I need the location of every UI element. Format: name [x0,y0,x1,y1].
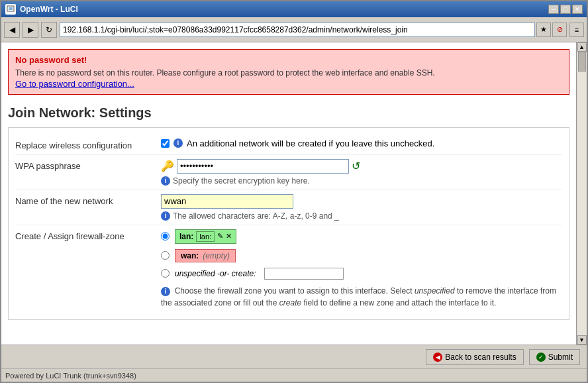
refresh-button[interactable]: ↻ [41,22,57,38]
unspecified-em: unspecified [415,286,455,296]
scroll-up-button[interactable]: ▲ [577,42,587,52]
scroll-down-button[interactable]: ▼ [577,335,587,345]
wpa-label: WPA passphrase [15,159,161,171]
firewall-unspecified-option: unspecified -or- create: [161,268,562,280]
title-bar: OpenWrt - LuCI ─ □ ✕ [1,1,587,17]
replace-wireless-hint: An additional network will be created if… [187,138,434,148]
network-name-row: Name of the new network i The allowed ch… [15,190,562,225]
wan-zone-label: wan: [181,251,199,260]
firewall-lan-option: lan: lan: ✎ ✕ [161,229,562,244]
page-title: Join Network: Settings [1,100,576,127]
maximize-button[interactable]: □ [560,5,571,14]
status-bar: Powered by LuCI Trunk (trunk+svn9348) [1,368,587,382]
back-icon: ◀ [433,353,442,362]
bottom-bar: ◀ Back to scan results ✓ Submit [1,345,587,368]
menu-icon[interactable]: ≡ [569,23,584,37]
firewall-options: lan: lan: ✎ ✕ wan: [161,229,562,280]
firewall-row: Create / Assign firewall-zone lan: lan: … [15,225,562,313]
scroll-thumb[interactable] [578,52,586,72]
warning-link[interactable]: Go to password configuration... [15,79,562,89]
network-name-control: i The allowed characters are: A-Z, a-z, … [161,194,562,221]
firewall-label: Create / Assign firewall-zone [15,229,161,241]
unspecified-label: unspecified -or- create: [175,269,256,278]
page-content: No password set! There is no password se… [1,42,576,345]
window-controls: ─ □ ✕ [548,5,583,14]
wan-zone-container[interactable]: wan: (empty) [175,249,236,262]
network-name-label: Name of the new network [15,194,161,206]
lan-delete-icon[interactable]: ✕ [226,232,232,241]
firewall-wan-option: wan: (empty) [161,249,562,262]
back-to-scan-button[interactable]: ◀ Back to scan results [426,349,523,365]
network-name-input[interactable] [161,194,293,209]
firewall-unspecified-radio[interactable] [161,269,170,278]
forward-button[interactable]: ▶ [23,22,38,38]
replace-wireless-checkbox[interactable] [161,139,170,148]
password-input[interactable] [177,159,349,174]
create-em: create [279,298,301,307]
close-button[interactable]: ✕ [572,5,583,14]
firewall-lan-radio[interactable] [161,232,170,241]
stop-icon[interactable]: ⊘ [552,23,567,37]
bookmark-icon[interactable]: ★ [536,23,551,37]
unspecified-create-input[interactable] [264,268,344,280]
lan-zone-label: lan: [179,232,193,241]
firewall-info-icon: i [161,287,170,296]
title-bar-left: OpenWrt - LuCI [5,4,78,15]
lan-zone-container[interactable]: lan: lan: ✎ ✕ [175,229,236,244]
window-title: OpenWrt - LuCI [20,5,78,14]
warning-title: No password set! [15,55,562,65]
wpa-hint: i Specify the secret encryption key here… [161,176,562,186]
wan-empty-label: (empty) [203,251,230,260]
key-icon: 🔑 [161,160,174,172]
page-area: No password set! There is no password se… [1,42,587,345]
settings-form: Replace wireless configuration i An addi… [8,127,569,320]
password-field-container: 🔑 ↺ [161,159,562,174]
window-icon [5,4,16,15]
wpa-control: 🔑 ↺ i Specify the secret encryption key … [161,159,562,186]
generate-password-icon[interactable]: ↺ [352,160,360,172]
replace-wireless-control: i An additional network will be created … [161,138,562,148]
firewall-control: lan: lan: ✎ ✕ wan: [161,229,562,309]
wpa-row: WPA passphrase 🔑 ↺ i Specify the secret … [15,155,562,190]
replace-wireless-checkbox-row: i An additional network will be created … [161,138,562,148]
submit-icon: ✓ [536,353,546,362]
address-input[interactable] [60,23,535,37]
status-text: Powered by LuCI Trunk (trunk+svn9348) [5,372,136,380]
firewall-wan-radio[interactable] [161,251,170,260]
minimize-button[interactable]: ─ [548,5,559,14]
address-bar-container: ★ ⊘ [60,23,567,37]
network-name-info-icon: i [161,211,170,221]
lan-edit-icon[interactable]: ✎ [217,232,223,241]
browser-window: OpenWrt - LuCI ─ □ ✕ ◀ ▶ ↻ ★ ⊘ ≡ No pass… [0,0,588,383]
svg-rect-1 [9,7,13,10]
firewall-hint: i Choose the firewall zone you want to a… [161,285,562,309]
warning-banner: No password set! There is no password se… [8,49,569,95]
submit-button[interactable]: ✓ Submit [529,349,580,365]
scrollbar[interactable]: ▲ ▼ [576,42,587,345]
browser-toolbar: ◀ ▶ ↻ ★ ⊘ ≡ [1,17,587,42]
lan-interface-label: lan: [196,231,215,242]
replace-wireless-info-icon: i [173,138,183,148]
scroll-track[interactable] [577,52,587,335]
replace-wireless-label: Replace wireless configuration [15,138,161,150]
replace-wireless-row: Replace wireless configuration i An addi… [15,135,562,155]
warning-message: There is no password set on this router.… [15,68,562,79]
network-name-hint: i The allowed characters are: A-Z, a-z, … [161,211,562,221]
wpa-info-icon: i [161,176,170,186]
back-button[interactable]: ◀ [4,22,20,38]
